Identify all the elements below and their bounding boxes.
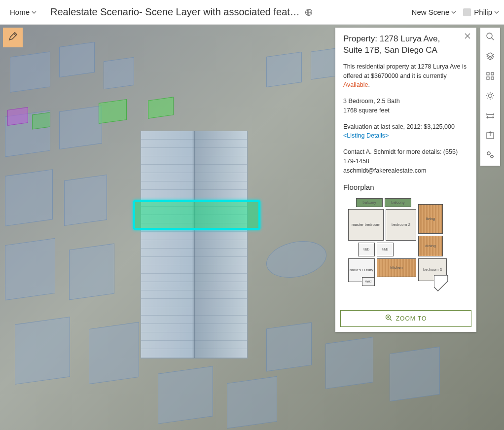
selected-building[interactable] (141, 131, 248, 358)
settings-button[interactable] (480, 146, 500, 166)
search-icon (486, 32, 495, 43)
svg-marker-2 (434, 275, 448, 291)
scene-viewport[interactable]: Property: 1278 Lurya Ave, Suite 17B, San… (0, 25, 504, 430)
fp-living: living (418, 204, 443, 234)
new-scene-dropdown[interactable]: New Scene (412, 8, 457, 16)
measure-icon (486, 111, 495, 122)
edit-button[interactable] (3, 28, 23, 47)
popup-footer: ZOOM TO (335, 305, 476, 332)
svg-rect-6 (491, 72, 494, 75)
zoom-to-button[interactable]: ZOOM TO (340, 310, 471, 327)
zoom-to-label: ZOOM TO (396, 315, 427, 322)
avatar (463, 8, 471, 16)
svg-rect-7 (487, 77, 489, 79)
popup-body[interactable]: This residential property at 1278 Lurya … (335, 62, 476, 305)
chevron-down-icon (451, 10, 456, 15)
basemap-button[interactable] (480, 67, 500, 87)
user-name: Philip (474, 8, 492, 16)
share-icon (486, 131, 495, 142)
popup-title: Property: 1278 Lurya Ave, Suite 17B, San… (343, 34, 459, 56)
listing-details-link[interactable]: <Listing Details> (343, 132, 389, 139)
right-toolbar (480, 28, 500, 166)
fp-master: master bedroom (348, 209, 384, 241)
svg-point-4 (487, 33, 492, 38)
svg-rect-8 (491, 77, 494, 79)
availability-status: Available (343, 81, 368, 88)
scene-title[interactable]: Realestate Scenario- Scene Layer with as… (50, 6, 300, 18)
new-scene-label: New Scene (412, 8, 450, 16)
popup-evaluation: Evaluation at last sale, 2012: $3,125,00… (343, 122, 468, 141)
measure-button[interactable] (480, 107, 500, 126)
home-dropdown[interactable]: Home (7, 6, 39, 18)
sun-icon (486, 91, 495, 102)
basemap-icon (486, 72, 495, 82)
svg-point-9 (489, 94, 492, 98)
popup-beds-sqft: 3 Bedroom, 2.5 Bath 1768 square feet (343, 97, 468, 115)
layers-icon (486, 52, 495, 63)
fp-tb1: t&b (358, 243, 375, 256)
fp-wd: w/d (362, 277, 375, 286)
globe-icon[interactable] (305, 8, 313, 16)
search-button[interactable] (480, 28, 500, 47)
property-popup: Property: 1278 Lurya Ave, Suite 17B, San… (335, 28, 476, 332)
svg-point-12 (491, 155, 493, 158)
close-icon (465, 32, 470, 41)
layers-button[interactable] (480, 47, 500, 67)
gear-icon (486, 150, 495, 161)
floorplan-image: balcony balcony master bedroom bedroom 2… (343, 198, 468, 300)
svg-point-11 (487, 152, 490, 155)
fp-tb2: t&b (377, 243, 394, 256)
floorplan-label: Floorplan (343, 182, 468, 193)
header: Home Realestate Scenario- Scene Layer wi… (0, 0, 504, 25)
home-label: Home (10, 8, 30, 16)
fp-kitchen: kitchen (377, 258, 416, 277)
fp-bed2: bedroom 2 (386, 209, 416, 241)
popup-close-button[interactable] (464, 33, 471, 40)
svg-rect-5 (487, 72, 489, 75)
pencil-icon (8, 32, 18, 43)
user-menu[interactable]: Philip (463, 8, 499, 16)
fp-dining: dining (418, 236, 443, 256)
popup-contact: Contact A. Schmidt for more details: (55… (343, 147, 468, 175)
fp-balcony2: balcony (385, 198, 411, 207)
chevron-down-icon (494, 10, 499, 15)
popup-description: This residential property at 1278 Lurya … (343, 62, 468, 90)
selected-floor-highlight[interactable] (133, 200, 260, 230)
popup-header: Property: 1278 Lurya Ave, Suite 17B, San… (335, 28, 476, 62)
share-button[interactable] (480, 126, 500, 146)
daylight-button[interactable] (480, 87, 500, 107)
zoom-icon (385, 314, 392, 322)
fp-balcony1: balcony (356, 198, 383, 207)
chevron-down-icon (32, 10, 36, 15)
